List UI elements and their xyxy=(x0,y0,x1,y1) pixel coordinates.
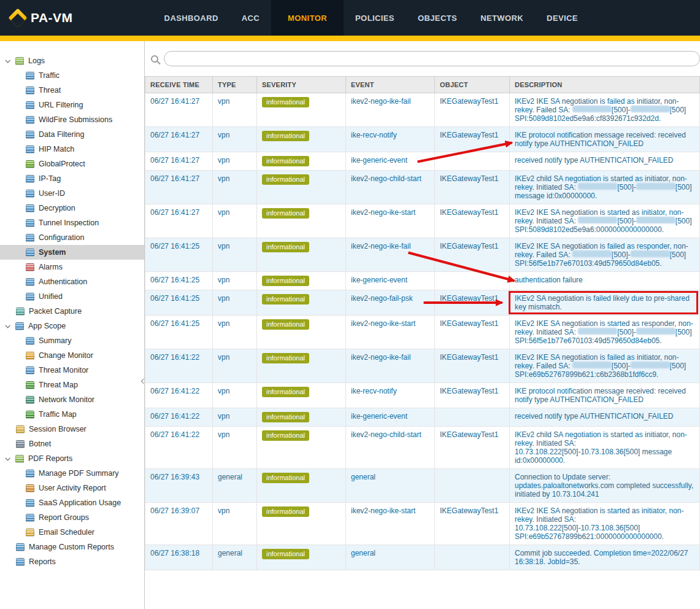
sidebar-item-saas-application-usage[interactable]: SaaS Application Usage xyxy=(0,495,144,510)
sidebar-item-user-id[interactable]: User-ID xyxy=(0,186,144,201)
chevron-down-icon[interactable] xyxy=(5,323,10,328)
sidebar-item-report-groups[interactable]: Report Groups xyxy=(0,510,144,525)
sidebar-tree: LogsTrafficThreatURL FilteringWildFire S… xyxy=(0,41,144,609)
sidebar-item-unified[interactable]: Unified xyxy=(0,289,144,304)
sidebar-item-app-scope[interactable]: App Scope xyxy=(0,319,144,333)
log-row[interactable]: 06/27 16:41:25vpninformationalikev2-nego… xyxy=(145,290,700,316)
sidebar-item-threat-map[interactable]: Threat Map xyxy=(0,378,144,392)
sidebar-item-change-monitor[interactable]: Change Monitor xyxy=(0,348,144,363)
cell-event: general xyxy=(346,545,435,570)
tab-policies[interactable]: POLICIES xyxy=(344,0,406,36)
data-filtering-icon xyxy=(26,131,34,139)
cell-object: IKEGatewayTest1 xyxy=(435,383,510,408)
log-row[interactable]: 06/27 16:41:27vpninformationalikev2-nego… xyxy=(145,204,700,238)
log-row[interactable]: 06/27 16:41:27vpninformationalike-recv-n… xyxy=(145,127,700,152)
sidebar-item-wildfire-submissions[interactable]: WildFire Submissions xyxy=(0,112,144,127)
sidebar-item-authentication[interactable]: Authentication xyxy=(0,274,144,289)
sidebar-item-traffic[interactable]: Traffic xyxy=(0,68,144,83)
log-row[interactable]: 06/27 16:41:22vpninformationalikev2-nego… xyxy=(145,427,700,469)
cell-type: vpn xyxy=(213,316,257,349)
sidebar-item-network-monitor[interactable]: Network Monitor xyxy=(0,392,144,407)
severity-badge: informational xyxy=(262,208,309,219)
sidebar-item-label: Session Browser xyxy=(29,425,87,433)
sidebar-item-label: Tunnel Inspection xyxy=(39,219,99,227)
log-row[interactable]: 06/27 16:41:22vpninformationalike-recv-n… xyxy=(145,383,700,408)
cell-type: vpn xyxy=(213,427,257,469)
log-filter-bar xyxy=(145,41,700,76)
log-row[interactable]: 06/27 16:41:27vpninformationalikev2-nego… xyxy=(145,93,700,127)
sidebar-item-packet-capture[interactable]: Packet Capture xyxy=(0,304,144,319)
traffic-icon xyxy=(26,72,34,80)
sidebar-item-system[interactable]: System xyxy=(0,245,144,260)
highlighted-description-cell: IKEv2 SA negotiation is failed likely du… xyxy=(510,290,700,316)
sidebar-item-manage-custom-reports[interactable]: Manage Custom Reports xyxy=(0,540,144,554)
log-row[interactable]: 06/27 16:41:27vpninformationalikev2-nego… xyxy=(145,171,700,204)
sidebar-item-decryption[interactable]: Decryption xyxy=(0,201,144,215)
cell-description: IKEv2 IKE SA negotiation is failed as in… xyxy=(510,349,700,383)
sidebar-item-session-browser[interactable]: Session Browser xyxy=(0,422,144,436)
tab-acc[interactable]: ACC xyxy=(230,0,271,36)
tab-monitor[interactable]: MONITOR xyxy=(271,0,344,36)
sidebar-item-tunnel-inspection[interactable]: Tunnel Inspection xyxy=(0,215,144,230)
chevron-down-icon[interactable] xyxy=(5,456,10,460)
sidebar-item-url-filtering[interactable]: URL Filtering xyxy=(0,98,144,112)
cell-event: ikev2-nego-ike-fail xyxy=(346,93,435,127)
cell-receive-time: 06/27 16:41:27 xyxy=(145,152,213,171)
manage-custom-reports-icon xyxy=(16,543,25,551)
sidebar-item-hip-match[interactable]: HIP Match xyxy=(0,142,144,157)
cell-object xyxy=(435,152,510,171)
cell-type: vpn xyxy=(213,93,257,127)
log-row[interactable]: 06/27 16:39:07vpninformationalikev2-nego… xyxy=(145,503,700,545)
log-row[interactable]: 06/27 16:38:18generalinformationalgenera… xyxy=(145,545,700,570)
sidebar-item-data-filtering[interactable]: Data Filtering xyxy=(0,127,144,142)
tab-network[interactable]: NETWORK xyxy=(469,0,535,36)
column-header-event[interactable]: EVENT xyxy=(346,77,435,93)
tab-device[interactable]: DEVICE xyxy=(535,0,590,36)
column-header-object[interactable]: OBJECT xyxy=(435,77,510,93)
sidebar-item-label: Change Monitor xyxy=(39,351,93,360)
sidebar-item-pdf-reports[interactable]: PDF Reports xyxy=(0,451,144,466)
severity-badge: informational xyxy=(262,506,309,517)
top-nav-bar: PA-VM DASHBOARDACCMONITORPOLICIESOBJECTS… xyxy=(0,0,700,36)
sidebar-item-threat-monitor[interactable]: Threat Monitor xyxy=(0,363,144,378)
sidebar-item-label: Packet Capture xyxy=(29,307,82,316)
sidebar-collapse-handle[interactable] xyxy=(140,367,147,395)
sidebar-item-manage-pdf-summary[interactable]: Manage PDF Summary xyxy=(0,466,144,481)
log-row[interactable]: 06/27 16:41:27vpninformationalike-generi… xyxy=(145,152,700,171)
log-row[interactable]: 06/27 16:41:22vpninformationalike-generi… xyxy=(145,408,700,427)
sidebar-item-ip-tag[interactable]: IP-Tag xyxy=(0,171,144,186)
sidebar-item-reports[interactable]: Reports xyxy=(0,554,144,569)
sidebar-item-botnet[interactable]: Botnet xyxy=(0,436,144,451)
sidebar-item-traffic-map[interactable]: Traffic Map xyxy=(0,407,144,422)
log-row[interactable]: 06/27 16:41:25vpninformationalikev2-nego… xyxy=(145,238,700,272)
severity-badge: informational xyxy=(262,156,309,166)
sidebar-item-label: Alarms xyxy=(39,263,63,271)
chevron-down-icon[interactable] xyxy=(5,58,10,63)
sidebar-item-user-activity-report[interactable]: User Activity Report xyxy=(0,481,144,495)
sidebar-item-label: Decryption xyxy=(39,204,75,212)
column-header-severity[interactable]: SEVERITY xyxy=(257,77,346,93)
log-row[interactable]: 06/27 16:41:25vpninformationalikev2-nego… xyxy=(145,316,700,349)
cell-severity: informational xyxy=(257,316,346,349)
sidebar-item-globalprotect[interactable]: GlobalProtect xyxy=(0,157,144,171)
cell-type: vpn xyxy=(213,503,257,545)
sidebar-item-threat[interactable]: Threat xyxy=(0,83,144,98)
cell-description: received notify type AUTHENTICATION_FAIL… xyxy=(510,152,700,171)
cell-description: IKEv2 IKE SA negotiation is started as r… xyxy=(510,316,700,349)
log-row[interactable]: 06/27 16:41:22vpninformationalikev2-nego… xyxy=(145,349,700,383)
cell-event: ikev2-nego-ike-fail xyxy=(346,349,435,383)
sidebar-item-label: Manage PDF Summary xyxy=(39,469,119,478)
log-filter-input[interactable] xyxy=(164,51,700,66)
tab-dashboard[interactable]: DASHBOARD xyxy=(153,0,230,36)
column-header-description[interactable]: DESCRIPTION xyxy=(510,77,700,93)
column-header-type[interactable]: TYPE xyxy=(213,77,257,93)
sidebar-item-summary[interactable]: Summary xyxy=(0,333,144,348)
tab-objects[interactable]: OBJECTS xyxy=(406,0,469,36)
sidebar-item-alarms[interactable]: Alarms xyxy=(0,260,144,274)
column-header-receive-time[interactable]: RECEIVE TIME xyxy=(145,77,213,93)
log-row[interactable]: 06/27 16:41:25vpninformationalike-generi… xyxy=(145,272,700,290)
sidebar-item-email-scheduler[interactable]: Email Scheduler xyxy=(0,525,144,540)
log-row[interactable]: 06/27 16:39:43generalinformationalgenera… xyxy=(145,469,700,503)
sidebar-item-logs[interactable]: Logs xyxy=(0,53,144,68)
sidebar-item-configuration[interactable]: Configuration xyxy=(0,230,144,245)
